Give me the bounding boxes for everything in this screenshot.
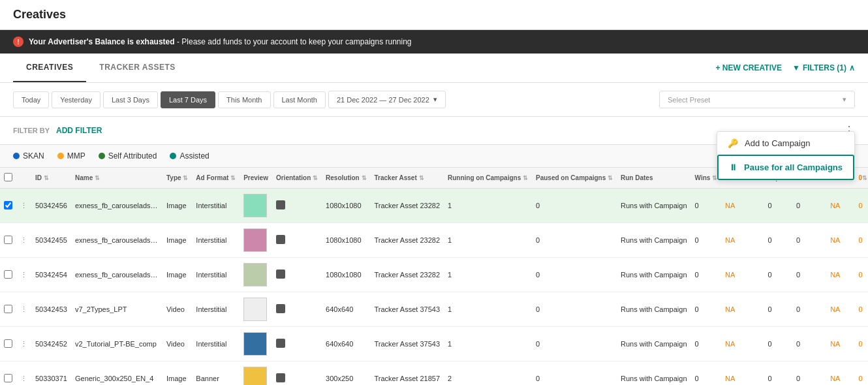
row-type: Image: [163, 189, 192, 223]
row-id: 50342456: [31, 189, 71, 223]
row-resolution: 640x640: [322, 292, 370, 327]
row-rundates: Runs with Campaign: [617, 327, 691, 362]
row-checkbox-cell: [0, 362, 16, 386]
date-range-picker[interactable]: 21 Dec 2022 — 27 Dec 2022 ▾: [328, 91, 446, 108]
preview-thumbnail[interactable]: [243, 263, 267, 286]
row-menu-icon[interactable]: ⋮: [20, 305, 27, 313]
header-v1a: 0⇅: [855, 168, 868, 189]
row-tracker-asset: Tracker Asset 23282: [371, 258, 444, 292]
row-clicks: 0: [792, 292, 826, 327]
self-attributed-dot: [99, 153, 105, 159]
row-type: Image: [163, 362, 192, 386]
date-buttons: Today Yesterday Last 3 Days Last 7 Days …: [13, 91, 446, 108]
pause-all-campaigns-item[interactable]: ⏸ Pause for all Campaigns: [717, 155, 854, 180]
row-winrate: NA: [721, 292, 764, 327]
tab-tracker-assets[interactable]: TRACKER ASSETS: [86, 54, 189, 82]
row-rundates: Runs with Campaign: [617, 189, 691, 223]
header-running: Running on Campaigns ⇅: [444, 168, 532, 189]
row-running: 1: [444, 223, 532, 258]
row-ctr: NA: [826, 327, 854, 362]
row-menu-icon[interactable]: ⋮: [20, 271, 27, 279]
row-menu-icon[interactable]: ⋮: [20, 202, 27, 209]
skan-dot: [13, 153, 20, 159]
key-icon: 🔑: [728, 138, 738, 148]
row-checkbox-cell: [0, 258, 16, 292]
add-filter-button[interactable]: ADD FILTER: [56, 126, 102, 135]
preview-thumbnail[interactable]: [243, 332, 267, 356]
row-wins: 0: [691, 189, 722, 223]
date-btn-last7days[interactable]: Last 7 Days: [161, 91, 215, 108]
filter-label: Filter by: [13, 127, 50, 134]
assisted-dot: [170, 153, 176, 159]
new-creative-button[interactable]: + NEW CREATIVE: [716, 63, 782, 72]
row-checkbox[interactable]: [4, 305, 12, 313]
row-format: Interstitial: [192, 292, 240, 327]
row-resolution: 1080x1080: [322, 258, 370, 292]
row-type: Image: [163, 223, 192, 258]
row-rundates: Runs with Campaign: [617, 258, 691, 292]
row-v1a: 0: [855, 362, 868, 386]
row-menu-icon[interactable]: ⋮: [20, 340, 27, 348]
row-name: Generic_300x250_EN_4: [71, 362, 163, 386]
row-menu-cell: ⋮: [16, 189, 31, 223]
row-wins: 0: [691, 362, 722, 386]
tab-creatives[interactable]: CREATIVES: [13, 54, 86, 82]
row-paused: 0: [532, 292, 617, 327]
row-imp: 0: [764, 258, 792, 292]
row-checkbox[interactable]: [4, 236, 12, 244]
preview-thumbnail[interactable]: [243, 194, 267, 217]
row-tracker-asset: Tracker Asset 23282: [371, 223, 444, 258]
row-wins: 0: [691, 327, 722, 362]
row-paused: 0: [532, 362, 617, 386]
row-id: 50342452: [31, 327, 71, 362]
pause-all-campaigns-label: Pause for all Campaigns: [744, 162, 843, 172]
row-menu-cell: ⋮: [16, 292, 31, 327]
preview-thumbnail[interactable]: [243, 228, 267, 252]
date-btn-lastmonth[interactable]: Last Month: [273, 91, 326, 108]
row-preview: [240, 327, 272, 362]
row-running: 1: [444, 327, 532, 362]
row-id: 50330371: [31, 362, 71, 386]
row-checkbox[interactable]: [4, 339, 12, 348]
row-name: exness_fb_carouselads_B2_1080x1080_EN_01…: [71, 223, 163, 258]
row-orientation: [272, 362, 322, 386]
date-btn-today[interactable]: Today: [13, 91, 49, 108]
preset-select[interactable]: Select Preset ▾: [659, 91, 855, 108]
alert-text: Your Advertiser's Balance is exhausted -…: [29, 37, 412, 46]
row-ctr: NA: [826, 189, 854, 223]
row-checkbox[interactable]: [4, 374, 12, 382]
preview-thumbnail[interactable]: [243, 298, 267, 321]
row-type: Video: [163, 292, 192, 327]
mmp-dot: [57, 153, 64, 159]
legend-self-attributed-label: Self Attributed: [108, 151, 157, 161]
row-orientation: [272, 327, 322, 362]
date-btn-thismonth[interactable]: This Month: [218, 91, 270, 108]
filters-button[interactable]: ▼ FILTERS (1) ∧: [792, 63, 855, 72]
date-btn-last3days[interactable]: Last 3 Days: [103, 91, 158, 108]
row-name: exness_fb_carouselads_B2_1080x1080_EN_01…: [71, 189, 163, 223]
row-checkbox-cell: [0, 292, 16, 327]
tabs-right: + NEW CREATIVE ▼ FILTERS (1) ∧: [716, 63, 855, 72]
table-container: ID ⇅ Name ⇅ Type ⇅ Ad Format ⇅ Preview O…: [0, 168, 868, 385]
row-clicks: 0: [792, 258, 826, 292]
date-btn-yesterday[interactable]: Yesterday: [52, 91, 101, 108]
legend-mmp-label: MMP: [67, 151, 85, 161]
row-name: exness_fb_carouselads_B2_1080x1080_EN_01…: [71, 258, 163, 292]
row-menu-icon[interactable]: ⋮: [20, 236, 27, 244]
row-checkbox[interactable]: [4, 270, 12, 279]
row-checkbox-cell: [0, 327, 16, 362]
row-resolution: 300x250: [322, 362, 370, 386]
row-imp: 0: [764, 223, 792, 258]
orientation-icon: [276, 304, 285, 313]
row-menu-icon[interactable]: ⋮: [20, 375, 27, 382]
row-v1a: 0: [855, 327, 868, 362]
row-menu-cell: ⋮: [16, 223, 31, 258]
row-name: v7_2Types_LPT: [71, 292, 163, 327]
creatives-table: ID ⇅ Name ⇅ Type ⇅ Ad Format ⇅ Preview O…: [0, 168, 868, 385]
add-to-campaign-label: Add to Campaign: [745, 138, 810, 148]
row-winrate: NA: [721, 189, 764, 223]
select-all-checkbox[interactable]: [4, 173, 12, 181]
row-checkbox[interactable]: [4, 201, 12, 209]
preview-thumbnail[interactable]: [243, 367, 267, 385]
add-to-campaign-item[interactable]: 🔑 Add to Campaign: [717, 132, 854, 155]
